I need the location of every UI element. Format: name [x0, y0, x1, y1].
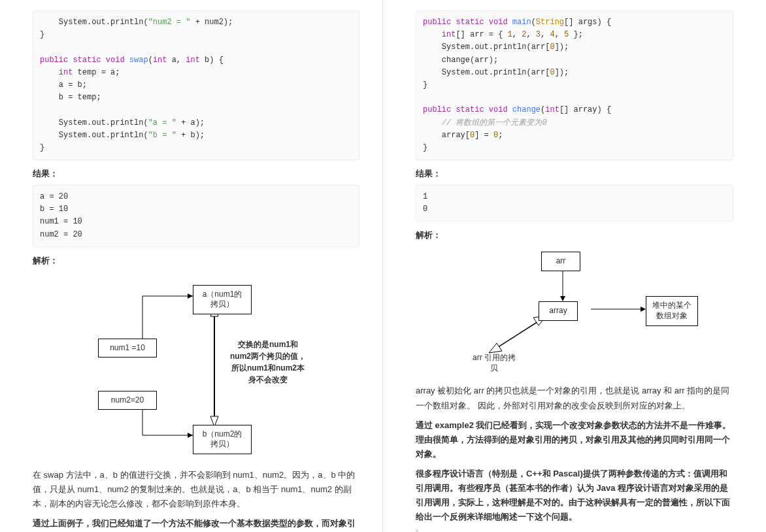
left-para2: 通过上面例子，我们已经知道了一个方法不能修改一个基本数据类型的参数，而对象引用作…: [33, 516, 359, 532]
svg-marker-6: [560, 296, 565, 301]
result-label: 结果：: [33, 168, 359, 180]
right-para1: array 被初始化 arr 的拷贝也就是一个对象的引用，也就是说 array …: [416, 384, 733, 412]
svg-line-9: [494, 318, 543, 350]
svg-marker-10: [489, 343, 502, 353]
d1-num2: num2=20: [98, 391, 157, 410]
diagram-reference: arr array 堆中的某个数组对象 arr 引用的拷贝: [416, 245, 733, 376]
d1-a: a（num1的拷贝）: [193, 285, 252, 314]
left-para1: 在 swap 方法中，a、b 的值进行交换，并不会影响到 num1、num2。因…: [33, 468, 359, 511]
svg-marker-1: [188, 433, 193, 438]
d2-copy: arr 引用的拷贝: [471, 353, 517, 373]
d2-heap: 堆中的某个数组对象: [646, 296, 698, 325]
analysis-label-r: 解析：: [416, 229, 733, 241]
example3-label: example 3: [416, 529, 733, 532]
d1-b: b（num2的拷贝）: [193, 425, 252, 454]
right-para3: 很多程序设计语言（特别是，C++和 Pascal)提供了两种参数传递的方式：值调…: [416, 467, 733, 524]
result-block-r: 1 0: [416, 185, 733, 222]
result-label-r: 结果：: [416, 168, 733, 180]
result-block: a = 20 b = 10 num1 = 10 num2 = 20: [33, 185, 359, 247]
d2-array: array: [539, 301, 578, 321]
code-change: public static void main(String[] args) {…: [416, 10, 733, 160]
d1-caption: 交换的是num1和num2两个拷贝的值，所以num1和num2本身不会改变: [229, 339, 307, 386]
svg-marker-8: [641, 307, 646, 312]
right-para2: 通过 example2 我们已经看到，实现一个改变对象参数状态的方法并不是一件难…: [416, 418, 733, 461]
left-column: System.out.println("num2 = " + num2); } …: [0, 0, 383, 532]
two-column-layout: System.out.println("num2 = " + num2); } …: [0, 0, 766, 532]
diagram-value-copy: num1 =10 num2=20 a（num1的拷贝） b（num2的拷贝） 交…: [33, 273, 359, 456]
analysis-label: 解析：: [33, 255, 359, 267]
code-swap: System.out.println("num2 = " + num2); } …: [33, 10, 359, 160]
d2-arr: arr: [541, 252, 580, 271]
d1-num1: num1 =10: [98, 339, 157, 358]
right-column: public static void main(String[] args) {…: [383, 0, 766, 532]
svg-marker-0: [188, 293, 193, 299]
